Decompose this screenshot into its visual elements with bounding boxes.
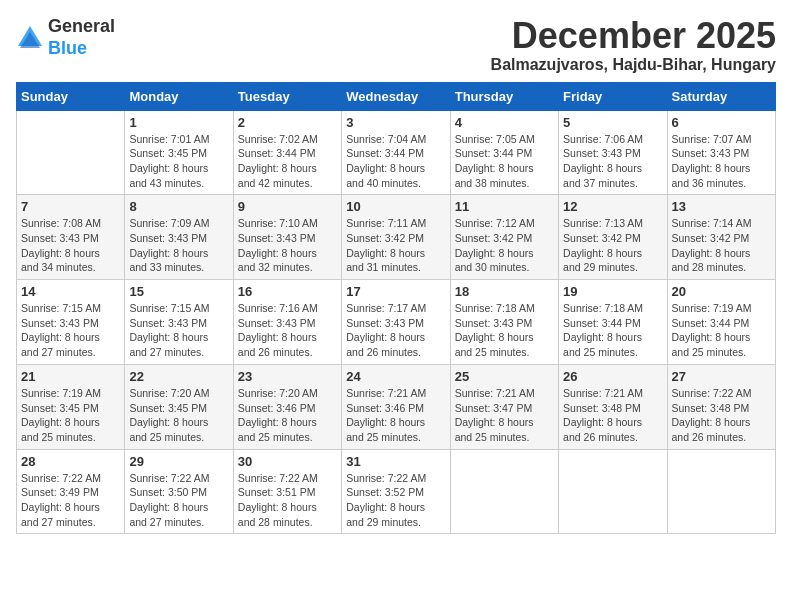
calendar-cell: 17Sunrise: 7:17 AM Sunset: 3:43 PM Dayli… (342, 280, 450, 365)
day-info: Sunrise: 7:16 AM Sunset: 3:43 PM Dayligh… (238, 301, 337, 360)
day-info: Sunrise: 7:13 AM Sunset: 3:42 PM Dayligh… (563, 216, 662, 275)
day-number: 5 (563, 115, 662, 130)
day-info: Sunrise: 7:05 AM Sunset: 3:44 PM Dayligh… (455, 132, 554, 191)
day-number: 30 (238, 454, 337, 469)
calendar-cell: 9Sunrise: 7:10 AM Sunset: 3:43 PM Daylig… (233, 195, 341, 280)
logo-blue-text: Blue (48, 38, 87, 58)
day-number: 3 (346, 115, 445, 130)
day-info: Sunrise: 7:09 AM Sunset: 3:43 PM Dayligh… (129, 216, 228, 275)
calendar-cell: 25Sunrise: 7:21 AM Sunset: 3:47 PM Dayli… (450, 364, 558, 449)
calendar-cell: 21Sunrise: 7:19 AM Sunset: 3:45 PM Dayli… (17, 364, 125, 449)
day-number: 28 (21, 454, 120, 469)
calendar-cell: 15Sunrise: 7:15 AM Sunset: 3:43 PM Dayli… (125, 280, 233, 365)
day-info: Sunrise: 7:15 AM Sunset: 3:43 PM Dayligh… (129, 301, 228, 360)
calendar-cell: 30Sunrise: 7:22 AM Sunset: 3:51 PM Dayli… (233, 449, 341, 534)
day-info: Sunrise: 7:22 AM Sunset: 3:49 PM Dayligh… (21, 471, 120, 530)
calendar-cell (667, 449, 775, 534)
day-info: Sunrise: 7:08 AM Sunset: 3:43 PM Dayligh… (21, 216, 120, 275)
day-info: Sunrise: 7:22 AM Sunset: 3:52 PM Dayligh… (346, 471, 445, 530)
calendar-cell: 16Sunrise: 7:16 AM Sunset: 3:43 PM Dayli… (233, 280, 341, 365)
weekday-header: Monday (125, 82, 233, 110)
calendar-cell: 26Sunrise: 7:21 AM Sunset: 3:48 PM Dayli… (559, 364, 667, 449)
calendar-cell: 7Sunrise: 7:08 AM Sunset: 3:43 PM Daylig… (17, 195, 125, 280)
logo-icon (16, 24, 44, 52)
calendar-cell: 8Sunrise: 7:09 AM Sunset: 3:43 PM Daylig… (125, 195, 233, 280)
day-info: Sunrise: 7:21 AM Sunset: 3:47 PM Dayligh… (455, 386, 554, 445)
calendar-cell: 29Sunrise: 7:22 AM Sunset: 3:50 PM Dayli… (125, 449, 233, 534)
month-title: December 2025 (491, 16, 776, 56)
day-info: Sunrise: 7:20 AM Sunset: 3:45 PM Dayligh… (129, 386, 228, 445)
calendar-cell: 31Sunrise: 7:22 AM Sunset: 3:52 PM Dayli… (342, 449, 450, 534)
day-info: Sunrise: 7:04 AM Sunset: 3:44 PM Dayligh… (346, 132, 445, 191)
calendar-cell: 12Sunrise: 7:13 AM Sunset: 3:42 PM Dayli… (559, 195, 667, 280)
day-number: 29 (129, 454, 228, 469)
weekday-header: Thursday (450, 82, 558, 110)
calendar-week-row: 21Sunrise: 7:19 AM Sunset: 3:45 PM Dayli… (17, 364, 776, 449)
day-number: 31 (346, 454, 445, 469)
day-info: Sunrise: 7:22 AM Sunset: 3:50 PM Dayligh… (129, 471, 228, 530)
calendar-cell: 14Sunrise: 7:15 AM Sunset: 3:43 PM Dayli… (17, 280, 125, 365)
day-number: 13 (672, 199, 771, 214)
calendar-cell (559, 449, 667, 534)
day-info: Sunrise: 7:15 AM Sunset: 3:43 PM Dayligh… (21, 301, 120, 360)
day-number: 8 (129, 199, 228, 214)
day-info: Sunrise: 7:19 AM Sunset: 3:45 PM Dayligh… (21, 386, 120, 445)
day-info: Sunrise: 7:11 AM Sunset: 3:42 PM Dayligh… (346, 216, 445, 275)
day-info: Sunrise: 7:17 AM Sunset: 3:43 PM Dayligh… (346, 301, 445, 360)
calendar-cell: 4Sunrise: 7:05 AM Sunset: 3:44 PM Daylig… (450, 110, 558, 195)
day-number: 22 (129, 369, 228, 384)
calendar-cell: 22Sunrise: 7:20 AM Sunset: 3:45 PM Dayli… (125, 364, 233, 449)
calendar-cell: 20Sunrise: 7:19 AM Sunset: 3:44 PM Dayli… (667, 280, 775, 365)
calendar-week-row: 7Sunrise: 7:08 AM Sunset: 3:43 PM Daylig… (17, 195, 776, 280)
day-number: 1 (129, 115, 228, 130)
day-info: Sunrise: 7:07 AM Sunset: 3:43 PM Dayligh… (672, 132, 771, 191)
day-info: Sunrise: 7:02 AM Sunset: 3:44 PM Dayligh… (238, 132, 337, 191)
header: General Blue December 2025 Balmazujvaros… (16, 16, 776, 74)
calendar-cell: 5Sunrise: 7:06 AM Sunset: 3:43 PM Daylig… (559, 110, 667, 195)
day-number: 12 (563, 199, 662, 214)
day-number: 15 (129, 284, 228, 299)
day-number: 10 (346, 199, 445, 214)
calendar-cell: 28Sunrise: 7:22 AM Sunset: 3:49 PM Dayli… (17, 449, 125, 534)
calendar-cell: 27Sunrise: 7:22 AM Sunset: 3:48 PM Dayli… (667, 364, 775, 449)
day-info: Sunrise: 7:20 AM Sunset: 3:46 PM Dayligh… (238, 386, 337, 445)
calendar-week-row: 28Sunrise: 7:22 AM Sunset: 3:49 PM Dayli… (17, 449, 776, 534)
weekday-header: Wednesday (342, 82, 450, 110)
calendar-cell: 2Sunrise: 7:02 AM Sunset: 3:44 PM Daylig… (233, 110, 341, 195)
day-number: 21 (21, 369, 120, 384)
calendar-table: SundayMondayTuesdayWednesdayThursdayFrid… (16, 82, 776, 535)
logo-general-text: General (48, 16, 115, 36)
calendar-cell: 11Sunrise: 7:12 AM Sunset: 3:42 PM Dayli… (450, 195, 558, 280)
calendar-cell: 10Sunrise: 7:11 AM Sunset: 3:42 PM Dayli… (342, 195, 450, 280)
calendar-cell: 19Sunrise: 7:18 AM Sunset: 3:44 PM Dayli… (559, 280, 667, 365)
day-number: 19 (563, 284, 662, 299)
day-info: Sunrise: 7:19 AM Sunset: 3:44 PM Dayligh… (672, 301, 771, 360)
day-number: 17 (346, 284, 445, 299)
calendar-cell (450, 449, 558, 534)
day-info: Sunrise: 7:18 AM Sunset: 3:43 PM Dayligh… (455, 301, 554, 360)
day-number: 23 (238, 369, 337, 384)
logo: General Blue (16, 16, 115, 59)
day-info: Sunrise: 7:22 AM Sunset: 3:51 PM Dayligh… (238, 471, 337, 530)
day-number: 2 (238, 115, 337, 130)
day-number: 14 (21, 284, 120, 299)
day-number: 4 (455, 115, 554, 130)
weekday-header: Tuesday (233, 82, 341, 110)
title-area: December 2025 Balmazujvaros, Hajdu-Bihar… (491, 16, 776, 74)
calendar-cell: 1Sunrise: 7:01 AM Sunset: 3:45 PM Daylig… (125, 110, 233, 195)
day-info: Sunrise: 7:01 AM Sunset: 3:45 PM Dayligh… (129, 132, 228, 191)
day-number: 16 (238, 284, 337, 299)
calendar-week-row: 14Sunrise: 7:15 AM Sunset: 3:43 PM Dayli… (17, 280, 776, 365)
calendar-cell: 3Sunrise: 7:04 AM Sunset: 3:44 PM Daylig… (342, 110, 450, 195)
day-info: Sunrise: 7:21 AM Sunset: 3:48 PM Dayligh… (563, 386, 662, 445)
day-info: Sunrise: 7:06 AM Sunset: 3:43 PM Dayligh… (563, 132, 662, 191)
weekday-header: Sunday (17, 82, 125, 110)
day-number: 27 (672, 369, 771, 384)
weekday-header: Saturday (667, 82, 775, 110)
day-info: Sunrise: 7:18 AM Sunset: 3:44 PM Dayligh… (563, 301, 662, 360)
calendar-header-row: SundayMondayTuesdayWednesdayThursdayFrid… (17, 82, 776, 110)
day-number: 24 (346, 369, 445, 384)
day-number: 11 (455, 199, 554, 214)
day-number: 6 (672, 115, 771, 130)
calendar-cell: 23Sunrise: 7:20 AM Sunset: 3:46 PM Dayli… (233, 364, 341, 449)
